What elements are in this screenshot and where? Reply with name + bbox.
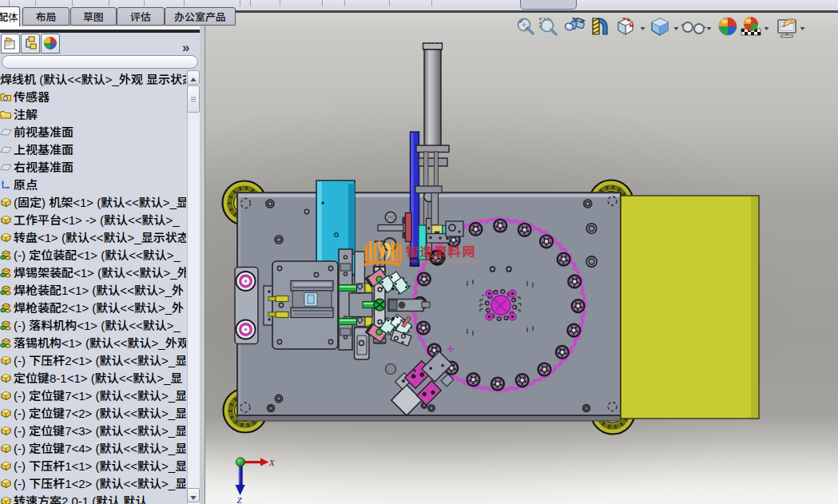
svg-text:智造资料网: 智造资料网 [405, 241, 476, 260]
svg-text:WWW.ZHIZAOZILIAO.COM CAD MODEL: WWW.ZHIZAOZILIAO.COM CAD MODEL [407, 260, 478, 264]
svg-text:X: X [268, 458, 276, 467]
svg-text:Z: Z [237, 495, 243, 504]
